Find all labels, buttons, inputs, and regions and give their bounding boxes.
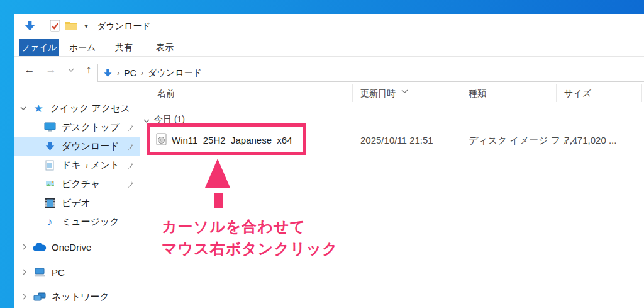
column-separator[interactable]: [556, 84, 557, 102]
sidebar-item-label: ネットワーク: [52, 291, 109, 303]
sidebar-item-label: OneDrive: [52, 242, 91, 253]
properties-icon[interactable]: [48, 18, 62, 33]
chevron-right-icon[interactable]: [20, 244, 29, 250]
sort-chevron-icon[interactable]: [401, 84, 408, 96]
explorer-window: ▾ ダウンロード ファイル ホーム 共有 表示 ← → ↑ › PC › ダウン…: [14, 14, 644, 308]
sidebar-item-quick-access[interactable]: ★ クイック アクセス: [14, 99, 140, 118]
column-separator[interactable]: [641, 84, 642, 102]
annotation-highlight-box: [147, 123, 306, 155]
annotation-arrow-head: [205, 159, 230, 188]
breadcrumb-pc[interactable]: PC: [124, 68, 136, 78]
recent-locations-chevron-icon[interactable]: [63, 62, 79, 78]
column-header-modified[interactable]: 更新日時: [360, 88, 396, 100]
annotation-line1: カーソルを合わせて: [162, 215, 338, 237]
chevron-down-icon[interactable]: [19, 106, 28, 110]
tab-share[interactable]: 共有: [109, 39, 138, 56]
chevron-right-icon[interactable]: [20, 269, 29, 275]
desktop-icon: [43, 122, 57, 132]
sidebar-item-network[interactable]: ネットワーク: [14, 287, 140, 306]
sidebar-item-desktop[interactable]: デスクトップ: [14, 118, 140, 137]
sidebar-item-label: デスクトップ: [62, 122, 119, 134]
network-icon: [33, 292, 47, 302]
downloads-folder-icon: [23, 18, 36, 33]
pictures-icon: [43, 180, 57, 188]
ribbon-tab-bar: ファイル ホーム 共有 表示: [14, 38, 644, 57]
sidebar-item-downloads[interactable]: ダウンロード: [14, 137, 140, 156]
column-header-type[interactable]: 種類: [469, 88, 486, 100]
videos-icon: [43, 198, 57, 208]
sidebar-item-label: ダウンロード: [62, 140, 119, 152]
group-header-rule: [194, 120, 640, 120]
pin-icon[interactable]: [126, 180, 135, 188]
music-note-icon: ♪: [43, 215, 57, 229]
navigation-pane: ★ クイック アクセス デスクトップ ダウンロード: [14, 83, 140, 308]
column-header-name[interactable]: 名前: [157, 88, 175, 100]
breadcrumb-separator: ›: [141, 68, 143, 77]
address-bar: ← → ↑ › PC › ダウンロード: [14, 57, 644, 83]
quick-access-star-icon: ★: [31, 102, 45, 115]
annotation-arrow-stem: [214, 193, 223, 208]
sidebar-item-pictures[interactable]: ピクチャ: [14, 174, 140, 193]
column-header-size[interactable]: サイズ: [564, 88, 591, 100]
sidebar-item-label: ビデオ: [62, 197, 91, 209]
tab-file[interactable]: ファイル: [19, 39, 59, 56]
pin-icon[interactable]: [126, 123, 135, 132]
sidebar-item-label: PC: [52, 267, 65, 278]
window-title: ダウンロード: [97, 21, 151, 32]
downloads-folder-icon: [103, 69, 113, 77]
pc-icon: [33, 268, 47, 277]
breadcrumb-downloads[interactable]: ダウンロード: [148, 67, 202, 79]
pin-icon[interactable]: [126, 161, 135, 169]
tab-view[interactable]: 表示: [150, 39, 179, 56]
file-row-type[interactable]: ディスク イメージ ファ...: [469, 135, 578, 147]
sidebar-item-label: ピクチャ: [62, 178, 100, 190]
sidebar-item-onedrive[interactable]: OneDrive: [14, 237, 140, 256]
sidebar-item-videos[interactable]: ビデオ: [14, 193, 140, 212]
sidebar-item-documents[interactable]: ドキュメント: [14, 156, 140, 174]
chevron-right-icon[interactable]: [20, 294, 29, 300]
sidebar-item-pc[interactable]: PC: [14, 263, 140, 282]
up-icon[interactable]: ↑: [80, 62, 97, 78]
sidebar-item-label: クイック アクセス: [50, 103, 130, 115]
file-row-modified[interactable]: 2025/10/11 21:51: [360, 135, 433, 145]
document-icon: [43, 160, 57, 171]
forward-icon[interactable]: →: [43, 62, 59, 78]
pin-icon[interactable]: [126, 142, 135, 151]
title-bar: ▾ ダウンロード: [14, 14, 644, 38]
onedrive-cloud-icon: [33, 243, 47, 251]
titlebar-separator: [42, 21, 42, 31]
sidebar-item-label: ドキュメント: [62, 159, 119, 171]
downloads-folder-icon: [43, 141, 57, 151]
new-folder-icon[interactable]: [64, 18, 78, 33]
file-row-size[interactable]: 7,471,020 ...: [564, 135, 616, 145]
annotation-text: カーソルを合わせて マウス右ボタンクリック: [162, 215, 338, 260]
column-separator[interactable]: [352, 84, 353, 102]
address-input[interactable]: › PC › ダウンロード: [97, 64, 644, 82]
back-icon[interactable]: ←: [21, 62, 38, 78]
annotation-line2: マウス右ボタンクリック: [162, 237, 338, 260]
tab-home[interactable]: ホーム: [68, 39, 97, 56]
titlebar-separator: [91, 21, 91, 31]
sidebar-item-music[interactable]: ♪ ミュージック: [14, 212, 140, 231]
breadcrumb-separator: ›: [117, 68, 119, 77]
sidebar-item-label: ミュージック: [62, 216, 119, 228]
